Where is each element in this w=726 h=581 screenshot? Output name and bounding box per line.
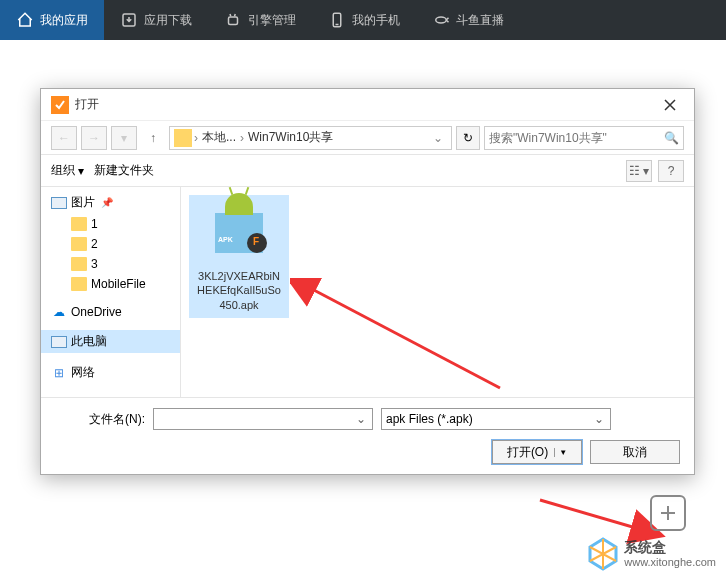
chevron-down-icon: ▾ [78,164,84,178]
dialog-icon [51,96,69,114]
chevron-right-icon: › [240,131,244,145]
nav-engine-manage[interactable]: 引擎管理 [208,0,312,40]
nav-label: 引擎管理 [248,12,296,29]
breadcrumb[interactable]: › 本地... › Win7Win10共享 ⌄ [169,126,452,150]
bc-current[interactable]: Win7Win10共享 [246,129,335,146]
filter-value: apk Files (*.apk) [386,412,592,426]
chevron-down-icon: ▼ [554,448,567,457]
watermark-logo [586,537,620,571]
filename-combo[interactable]: ⌄ [153,408,373,430]
tree-network[interactable]: ⊞ 网络 [41,361,180,384]
search-input[interactable] [489,131,664,145]
download-icon [120,11,138,29]
nav-bar: ← → ▾ ↑ › 本地... › Win7Win10共享 ⌄ ↻ 🔍 [41,121,694,155]
close-button[interactable] [656,91,684,119]
pc-icon [51,336,67,348]
forward-button[interactable]: → [81,126,107,150]
nav-label: 我的手机 [352,12,400,29]
dialog-footer: 文件名(N): ⌄ apk Files (*.apk) ⌄ 打开(O) ▼ 取消 [41,397,694,474]
refresh-button[interactable]: ↻ [456,126,480,150]
add-apk-button[interactable] [650,495,686,531]
new-folder-button[interactable]: 新建文件夹 [94,162,154,179]
view-options-button[interactable]: ☷ ▾ [626,160,652,182]
nav-app-download[interactable]: 应用下载 [104,0,208,40]
bc-root[interactable]: 本地... [200,129,238,146]
nav-tree: 图片 📌 1 2 3 MobileFile ☁ OneDrive [41,187,181,397]
fish-icon [432,11,450,29]
dialog-content: 图片 📌 1 2 3 MobileFile ☁ OneDrive [41,187,694,397]
chevron-down-icon[interactable]: ⌄ [354,412,368,426]
tree-onedrive[interactable]: ☁ OneDrive [41,302,180,322]
tree-pictures[interactable]: 图片 📌 [41,191,180,214]
bc-dropdown[interactable]: ⌄ [429,131,447,145]
cancel-button[interactable]: 取消 [590,440,680,464]
open-file-dialog: 打开 ← → ▾ ↑ › 本地... › Win7Win10共享 ⌄ ↻ 🔍 组… [40,88,695,475]
history-dropdown[interactable]: ▾ [111,126,137,150]
pin-icon: 📌 [101,197,113,208]
pictures-icon [51,197,67,209]
file-list: APK 3KL2jVXEARbiNHEKEfqKalI5uSo450.apk [181,187,694,397]
organize-menu[interactable]: 组织 ▾ [51,162,84,179]
file-name: 3KL2jVXEARbiNHEKEfqKalI5uSo450.apk [195,269,283,312]
tree-folder-3[interactable]: 3 [41,254,180,274]
folder-icon [71,257,87,271]
tree-this-pc[interactable]: 此电脑 [41,330,180,353]
nav-label: 斗鱼直播 [456,12,504,29]
folder-icon [174,129,192,147]
folder-icon [71,277,87,291]
watermark-title: 系统盒 [624,539,716,556]
nav-my-phone[interactable]: 我的手机 [312,0,416,40]
home-icon [16,11,34,29]
back-button[interactable]: ← [51,126,77,150]
filename-label: 文件名(N): [55,411,145,428]
search-box: 🔍 [484,126,684,150]
nav-my-apps[interactable]: 我的应用 [0,0,104,40]
cloud-icon: ☁ [51,306,67,318]
nav-label: 应用下载 [144,12,192,29]
toolbar: 组织 ▾ 新建文件夹 ☷ ▾ ? [41,155,694,187]
nav-label: 我的应用 [40,12,88,29]
filter-combo[interactable]: apk Files (*.apk) ⌄ [381,408,611,430]
watermark-url: www.xitonghe.com [624,556,716,569]
watermark: 系统盒 www.xitonghe.com [586,537,716,571]
network-icon: ⊞ [51,367,67,379]
open-button[interactable]: 打开(O) ▼ [492,440,582,464]
folder-icon [71,237,87,251]
nav-douyu[interactable]: 斗鱼直播 [416,0,520,40]
filename-input[interactable] [158,412,354,426]
svg-line-6 [540,500,660,535]
dialog-titlebar: 打开 [41,89,694,121]
file-apk[interactable]: APK 3KL2jVXEARbiNHEKEfqKalI5uSo450.apk [189,195,289,318]
search-icon[interactable]: 🔍 [664,131,679,145]
tree-folder-2[interactable]: 2 [41,234,180,254]
tree-mobilefile[interactable]: MobileFile [41,274,180,294]
folder-icon [71,217,87,231]
top-nav: 我的应用 应用下载 引擎管理 我的手机 斗鱼直播 [0,0,726,40]
chevron-down-icon[interactable]: ⌄ [592,412,606,426]
tree-folder-1[interactable]: 1 [41,214,180,234]
android-icon [224,11,242,29]
svg-rect-1 [229,17,238,25]
svg-point-4 [436,17,447,23]
phone-icon [328,11,346,29]
up-button[interactable]: ↑ [141,126,165,150]
apk-icon: APK [207,201,271,265]
dialog-title: 打开 [75,96,656,113]
chevron-right-icon: › [194,131,198,145]
help-button[interactable]: ? [658,160,684,182]
